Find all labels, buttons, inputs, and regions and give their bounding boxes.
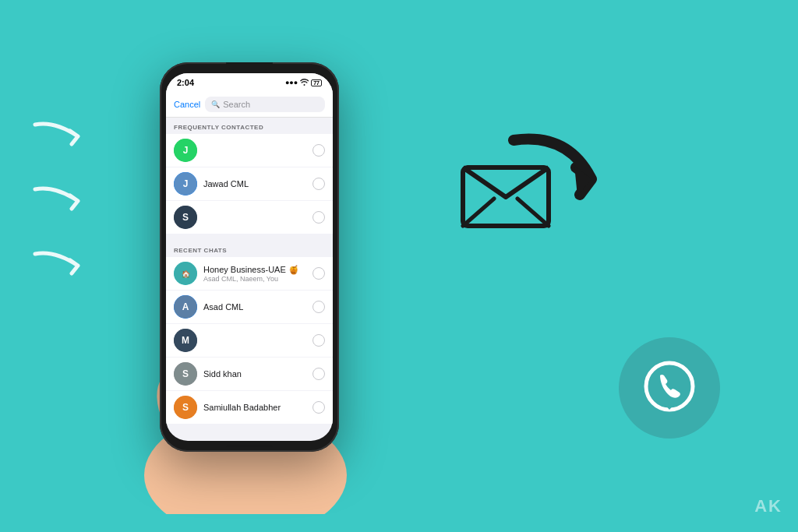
contact-item-5[interactable]: A Asad CML <box>166 291 333 324</box>
contact-item-8[interactable]: S Samiullah Badabher <box>166 391 333 424</box>
avatar-7: S <box>174 362 197 386</box>
radio-3[interactable] <box>312 211 325 224</box>
search-placeholder: Search <box>223 100 250 109</box>
phone-notch <box>226 62 273 70</box>
phone-frame: 2:04 ●●● 77 Cancel 🔍 Search <box>160 62 339 452</box>
avatar-2: J <box>174 172 197 196</box>
arrow-2 <box>31 181 86 223</box>
contact-info-2: Jawad CML <box>203 179 306 188</box>
section-gap <box>166 234 333 241</box>
radio-5[interactable] <box>312 301 325 313</box>
svg-text:J: J <box>183 178 189 189</box>
avatar-3: S <box>174 206 197 229</box>
phone-hand-container: 2:04 ●●● 77 Cancel 🔍 Search <box>121 47 370 514</box>
contact-name-7: Sidd khan <box>203 369 306 379</box>
battery-icon: 77 <box>311 79 322 86</box>
status-bar: 2:04 ●●● 77 <box>166 73 333 90</box>
contact-info-4: Honey Business-UAE 🍯 Asad CML, Naeem, Yo… <box>203 265 306 283</box>
contact-name-8: Samiullah Badabher <box>203 403 306 412</box>
section-label-frequently: FREQUENTLY CONTACTED <box>166 118 333 134</box>
home-indicator <box>226 445 273 447</box>
avatar-4: 🏠 <box>174 262 197 285</box>
share-arrow <box>490 125 607 221</box>
svg-text:S: S <box>182 212 189 223</box>
radio-2[interactable] <box>312 178 325 190</box>
wifi-icon <box>300 79 309 87</box>
contact-item-2[interactable]: J Jawad CML <box>166 167 333 201</box>
contact-item-3[interactable]: S <box>166 201 333 234</box>
decorative-arrows-left <box>31 117 86 287</box>
cancel-button[interactable]: Cancel <box>174 100 200 109</box>
svg-text:J: J <box>183 145 189 156</box>
status-time: 2:04 <box>177 78 194 87</box>
avatar-6: M <box>174 329 197 352</box>
avatar-1: J <box>174 139 197 162</box>
signal-icon: ●●● <box>285 79 298 86</box>
radio-7[interactable] <box>312 368 325 380</box>
svg-text:A: A <box>182 301 189 312</box>
section-label-recent: RECENT CHATS <box>166 241 333 257</box>
contact-item-4[interactable]: 🏠 Honey Business-UAE 🍯 Asad CML, Naeem, … <box>166 257 333 291</box>
svg-point-27 <box>646 363 693 410</box>
contact-item-1[interactable]: J <box>166 134 333 167</box>
radio-1[interactable] <box>312 144 325 157</box>
contact-info-7: Sidd khan <box>203 369 306 379</box>
contact-sub-4: Asad CML, Naeem, You <box>203 275 306 283</box>
contact-info-5: Asad CML <box>203 302 306 312</box>
phone-screen: 2:04 ●●● 77 Cancel 🔍 Search <box>166 73 333 441</box>
search-bar[interactable]: 🔍 Search <box>205 97 325 112</box>
contact-name-4: Honey Business-UAE 🍯 <box>203 265 306 275</box>
radio-4[interactable] <box>312 267 325 280</box>
share-header: Cancel 🔍 Search <box>166 90 333 118</box>
svg-text:S: S <box>182 368 189 379</box>
arrow-1 <box>31 117 86 158</box>
search-icon: 🔍 <box>211 100 220 108</box>
svg-text:🏠: 🏠 <box>182 270 191 279</box>
contact-name-2: Jawad CML <box>203 179 306 188</box>
arrow-3 <box>31 246 86 287</box>
contact-item-7[interactable]: S Sidd khan <box>166 358 333 391</box>
contact-item-6[interactable]: M <box>166 324 333 358</box>
watermark: AK <box>754 496 782 516</box>
avatar-5: A <box>174 295 197 319</box>
svg-text:S: S <box>182 402 189 413</box>
svg-text:M: M <box>182 335 189 346</box>
status-icons: ●●● 77 <box>285 79 322 87</box>
radio-6[interactable] <box>312 334 325 347</box>
radio-8[interactable] <box>312 401 325 414</box>
avatar-8: S <box>174 396 197 419</box>
whatsapp-badge <box>619 337 720 439</box>
contact-info-8: Samiullah Badabher <box>203 403 306 412</box>
contact-name-5: Asad CML <box>203 302 306 312</box>
